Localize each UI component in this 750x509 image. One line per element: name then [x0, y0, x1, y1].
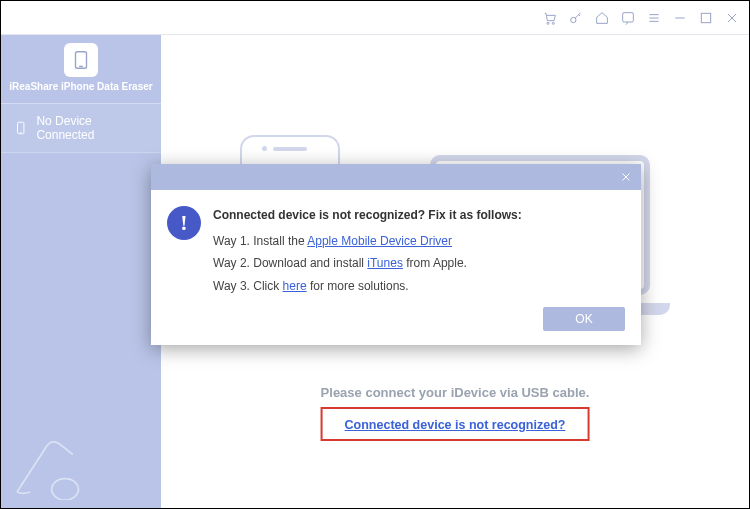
menu-icon[interactable] [645, 9, 663, 27]
titlebar [1, 1, 749, 35]
way2-post: from Apple. [403, 256, 467, 270]
way3-pre: Way 3. Click [213, 279, 283, 293]
sidebar-item-device[interactable]: No Device Connected [1, 104, 161, 153]
minimize-icon[interactable] [671, 9, 689, 27]
dialog-titlebar [151, 164, 641, 190]
feedback-icon[interactable] [619, 9, 637, 27]
itunes-link[interactable]: iTunes [367, 256, 403, 270]
way2-pre: Way 2. Download and install [213, 256, 367, 270]
device-status-label: No Device Connected [36, 114, 149, 142]
decorative-art [9, 420, 89, 500]
phone-icon [13, 120, 28, 136]
svg-point-0 [547, 22, 549, 24]
dialog-way3: Way 3. Click here for more solutions. [213, 275, 522, 297]
svg-rect-3 [623, 12, 634, 21]
way3-post: for more solutions. [307, 279, 409, 293]
key-icon[interactable] [567, 9, 585, 27]
close-window-icon[interactable] [723, 9, 741, 27]
svg-point-1 [552, 22, 554, 24]
dialog-heading: Connected device is not recognized? Fix … [213, 204, 522, 226]
dialog-way2: Way 2. Download and install iTunes from … [213, 252, 522, 274]
app-window: iReaShare iPhone Data Eraser No Device C… [0, 0, 750, 509]
help-dialog: ! Connected device is not recognized? Fi… [151, 164, 641, 345]
here-link[interactable]: here [283, 279, 307, 293]
dialog-way1: Way 1. Install the Apple Mobile Device D… [213, 230, 522, 252]
svg-rect-4 [701, 13, 710, 22]
highlighted-link-frame: Connected device is not recognized? [321, 407, 590, 441]
driver-link[interactable]: Apple Mobile Device Driver [307, 234, 452, 248]
ok-button[interactable]: OK [543, 307, 625, 331]
dialog-close-icon[interactable] [617, 168, 635, 186]
cart-icon[interactable] [541, 9, 559, 27]
dialog-text: Connected device is not recognized? Fix … [213, 204, 522, 297]
home-icon[interactable] [593, 9, 611, 27]
svg-point-2 [571, 17, 576, 22]
maximize-icon[interactable] [697, 9, 715, 27]
app-logo: iReaShare iPhone Data Eraser [5, 35, 156, 97]
not-recognized-link[interactable]: Connected device is not recognized? [345, 418, 566, 432]
app-title: iReaShare iPhone Data Eraser [9, 81, 152, 93]
sidebar: iReaShare iPhone Data Eraser No Device C… [1, 35, 161, 508]
info-icon: ! [167, 206, 201, 240]
connect-caption: Please connect your iDevice via USB cabl… [161, 385, 749, 400]
way1-pre: Way 1. Install the [213, 234, 307, 248]
